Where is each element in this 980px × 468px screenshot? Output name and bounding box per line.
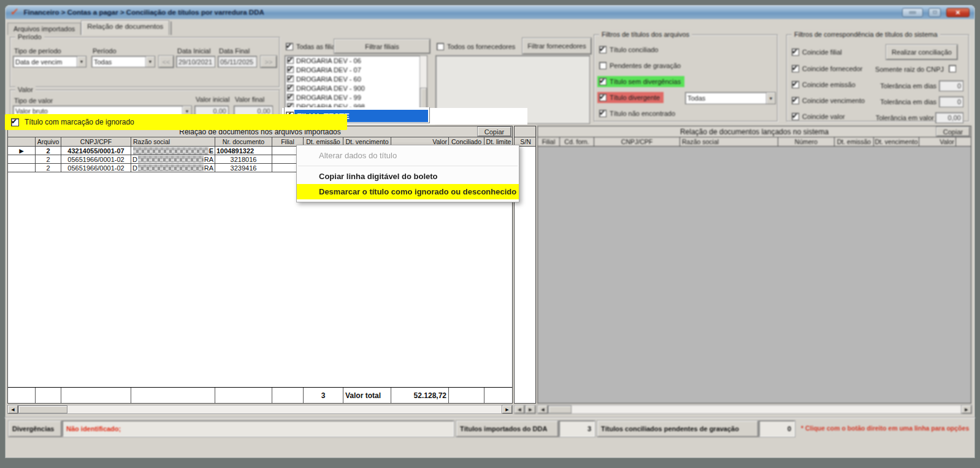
data-final-input[interactable]: 05/11/2025 [218,56,257,67]
tolerancia-dias-vencimento-label: Tolerância em dias [880,98,936,105]
minimize-button[interactable] [902,8,923,17]
grid-sn-hscrollbar[interactable]: ◀ ▶ [514,405,536,414]
copiar-right-button[interactable]: Copiar [936,127,970,136]
chevron-down-icon: ▼ [77,56,86,67]
maximize-button[interactable] [928,8,941,17]
filtros-arquivos-legend: Filtros de títulos dos arquivos [599,31,692,38]
checkbox-checked-icon [792,48,799,56]
periodo-next-button[interactable]: >> [261,56,277,67]
realizar-conciliacao-button[interactable]: Realizar conciliação [886,45,957,59]
titulo-conciliado-checkbox[interactable]: Título conciliado [599,46,659,53]
pendentes-gravacao-checkbox[interactable]: Pendentes de gravação [599,62,681,69]
valor-final-label: Valor final [235,96,264,103]
grid-right-caption: Relação de documentos lançados no sistem… [538,126,971,137]
coincide-filial-checkbox[interactable]: Coincide filial [792,48,842,56]
data-inicial-label: Data Inicial [177,47,210,55]
total-value: 52.128,72 [391,388,449,403]
divergencia-tipo-select[interactable]: Todas ▼ [685,92,776,104]
filtros-correspondencia-group: Filtros de correspondência de títulos do… [786,34,969,121]
tolerancia-valor-label: Tolerância em valor [876,114,934,121]
checkbox-checked-icon [286,43,293,50]
tolerancia-dias-emissao-input[interactable]: 0 [939,80,963,91]
checkbox-checked-icon [287,75,294,82]
tolerancia-dias-vencimento-input[interactable]: 0 [939,96,963,107]
somente-raiz-checkbox[interactable] [949,65,956,72]
periodo-group: Período Tipo de período Data de vencim ▼… [10,37,280,87]
grid-right-header: Filial Cd. forn. CNPJ/CPF Razão social N… [538,137,971,147]
menu-item-copiar-linha-digitavel[interactable]: Copiar linha digitável do boleto [297,169,519,184]
col-razao: Razão social [680,137,778,147]
coincide-fornecedor-checkbox[interactable]: Coincide fornecedor [792,65,862,72]
divergencias-value: Não identificado; [63,421,454,437]
checkbox-unchecked-icon [599,62,607,69]
chevron-down-icon: ▼ [766,93,775,104]
checkbox-unchecked-icon [437,43,444,50]
tolerancia-valor-input[interactable]: 0,00 [935,112,963,123]
col-cnpj: CNPJ/CPF [594,137,680,147]
scroll-left-icon[interactable]: ◀ [538,405,548,413]
somente-raiz-label: Somente raiz do CNPJ [875,66,944,73]
scroll-left-icon[interactable]: ◀ [8,405,18,413]
filtrar-filiais-button[interactable]: Filtrar filiais [334,39,430,53]
row-marker-icon: ▶ [20,148,24,154]
tipo-periodo-select[interactable]: Data de vencim ▼ [13,56,86,67]
scroll-left-icon[interactable]: ◀ [515,405,524,413]
list-item-filial[interactable]: DROGARIA DEV - 06 [285,56,427,65]
titulo-ignorado-checkbox[interactable]: Título com marcação de ignorado [5,114,347,130]
window-title: Financeiro > Contas a pagar > Conciliaçã… [23,9,264,16]
checkbox-checked-icon [287,57,294,64]
data-final-label: Data Final [219,47,250,55]
filtrar-fornecedores-button[interactable]: Filtrar fornecedores [523,38,591,54]
periodo-prev-button[interactable]: << [159,56,174,67]
checkbox-checked-icon [792,81,799,88]
titulo-divergente-checkbox[interactable]: Título divergente [597,92,664,103]
col-marker [8,137,36,147]
tipo-valor-label: Tipo de valor [14,97,53,104]
scroll-right-icon[interactable]: ▶ [962,405,971,413]
menu-item-alterar-dados[interactable]: Alterar dados do título [297,148,519,163]
list-item-filial[interactable]: DROGARIA DEV - 99 [285,93,427,102]
close-button[interactable]: ✕ [946,8,970,17]
scroll-right-icon[interactable]: ▶ [502,405,512,413]
scroll-right-icon[interactable]: ▶ [526,405,535,413]
list-item-filial[interactable]: DROGARIA DEV - 900 [285,83,427,93]
coincide-vencimento-checkbox[interactable]: Coincide vencimento [792,97,865,104]
conciliados-pendentes-label: Títulos conciliados pendentes de gravaçã… [597,421,758,437]
app-screen: ✓ Financeiro > Contas a pagar > Concilia… [0,0,980,468]
todos-fornecedores-checkbox[interactable]: Todos os fornecedores [437,43,515,50]
data-inicial-input[interactable]: 29/10/2021 [176,56,215,67]
tipo-periodo-label: Tipo de período [14,47,61,55]
importados-dda-value: 3 [559,421,595,437]
checkbox-checked-icon [599,110,607,117]
grid-right-hscrollbar[interactable]: ◀ ▶ [537,405,971,414]
list-item-filial[interactable]: DROGARIA DEV - 07 [285,65,427,74]
col-dt-emissao: Dt. emissão [835,137,874,147]
coincide-valor-checkbox[interactable]: Coincide valor [792,113,845,120]
col-dt-vencimento: Dt. vencimento [874,137,919,147]
list-item-filial[interactable]: DROGARIA DEV - 60 [285,74,427,83]
titulo-nao-encontrado-checkbox[interactable]: Título não encontrado [599,110,675,117]
checkbox-checked-icon [287,85,294,91]
todas-filiais-checkbox[interactable]: Todas as filiais [286,43,340,50]
redacted-text [133,147,209,155]
col-cnpj: CNPJ/CPF [61,137,131,147]
valor-legend: Valor [15,86,36,93]
grid-left-hscrollbar[interactable]: ◀ ▶ [7,405,513,414]
scrollbar-thumb[interactable] [548,405,572,413]
col-cd-forn: Cd. forn. [560,137,594,147]
scrollbar-thumb[interactable] [18,405,67,413]
checkbox-checked-icon [287,94,294,101]
coincide-emissao-checkbox[interactable]: Coincide emissão [792,81,856,88]
col-nr-documento: Nr. documento [215,137,272,147]
periodo-label: Período [93,47,117,55]
grid-lancados-sistema: Relação de documentos lançados no sistem… [537,126,971,404]
redacted-text [138,164,204,171]
titulo-sem-divergencias-checkbox[interactable]: Título sem divergências [597,76,684,87]
close-icon: ✕ [955,9,960,16]
total-count: 3 [304,388,343,403]
copiar-left-button[interactable]: Copiar [478,127,511,136]
menu-item-desmarcar-ignorado[interactable]: Desmarcar o título como ignorado ou desc… [297,184,519,199]
periodo-select[interactable]: Todas ▼ [91,56,155,67]
col-filial: Filial [538,137,560,147]
status-bar: Divergências Não identificado; Títulos i… [5,421,975,437]
